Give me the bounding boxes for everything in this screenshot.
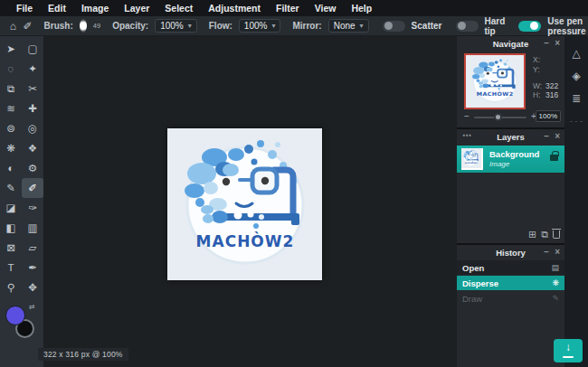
chevron-down-icon: ▾ — [360, 22, 364, 30]
layer-row-background[interactable]: Background Image — [457, 146, 564, 173]
lasso-tool-icon[interactable]: ◌ — [0, 59, 22, 79]
pen-tool-icon[interactable]: ✒ — [22, 258, 43, 278]
mirror-label: Mirror: — [292, 21, 321, 31]
export-download-button[interactable]: ↓ — [554, 339, 583, 362]
history-panel-header: History − × — [457, 245, 564, 259]
arrange-tool-icon[interactable]: ➤ — [0, 39, 22, 59]
brush-tool-icon[interactable]: ✐ — [22, 178, 43, 198]
zoom-control: − + 100% — [457, 111, 564, 124]
detail-tool-icon[interactable]: ◎ — [22, 118, 43, 138]
scatter-toggle[interactable] — [383, 21, 405, 32]
gradient-tool-icon[interactable]: ▥ — [22, 218, 43, 238]
minimize-icon[interactable]: − — [544, 38, 549, 48]
layer-type: Image — [489, 160, 509, 168]
add-layer-icon[interactable]: ⊞ — [528, 230, 536, 240]
flow-select[interactable]: 100% ▾ — [239, 19, 281, 33]
toggle-knob — [530, 22, 538, 30]
delete-layer-icon[interactable] — [553, 231, 560, 239]
layer-name: Background — [489, 149, 539, 159]
clone-stamp-tool-icon[interactable]: ⊚ — [0, 118, 22, 138]
menu-adjustment[interactable]: Adjustment — [208, 3, 261, 14]
close-icon[interactable]: × — [555, 247, 560, 257]
panel-menu-icon[interactable]: ⋯ — [462, 130, 471, 140]
menu-layer[interactable]: Layer — [124, 3, 149, 14]
navigate-panel-header: Navigate − × — [457, 36, 564, 51]
mixer-brush-tool-icon[interactable]: ✑ — [22, 198, 43, 218]
shape-scatter-tool-icon[interactable]: ❖ — [22, 138, 43, 158]
history-item-disperse[interactable]: Disperse ❋ — [457, 276, 564, 290]
crop-tool-icon[interactable]: ⧉ — [0, 79, 22, 99]
menu-select[interactable]: Select — [165, 3, 193, 14]
history-panel: History − × Open ▤ Disperse ❋ Draw ✎ — [457, 245, 564, 367]
w-value: 322 — [545, 82, 558, 91]
h-label: H: — [533, 91, 545, 100]
wand-tool-icon[interactable]: ✦ — [22, 59, 43, 79]
disperse-tool-icon[interactable]: ❋ — [0, 138, 22, 158]
eraser-tool-icon[interactable]: ◪ — [0, 198, 22, 218]
canvas-document[interactable] — [167, 128, 322, 280]
active-tool-brush-icon[interactable]: ✐ — [24, 20, 33, 33]
menu-bar: File Edit Image Layer Select Adjustment … — [0, 0, 588, 16]
adjustments-panel-icon[interactable]: ≣ — [572, 93, 581, 104]
menu-filter[interactable]: Filter — [276, 3, 299, 14]
close-icon[interactable]: × — [555, 131, 560, 141]
zoom-slider[interactable] — [474, 117, 526, 118]
brush-tip-preview[interactable] — [80, 19, 87, 33]
toggle-knob — [458, 22, 466, 30]
duplicate-layer-icon[interactable]: ⧉ — [541, 230, 548, 240]
frame-tool-icon[interactable]: ⊠ — [0, 238, 22, 258]
navigate-panel-icon[interactable]: △ — [572, 48, 580, 59]
navigate-panel: Navigate − × X: Y: W:322 H:316 − + 100% — [457, 36, 564, 127]
swap-colors-icon[interactable]: ⇄ — [29, 303, 35, 311]
menu-edit[interactable]: Edit — [48, 3, 66, 14]
hard-tip-toggle[interactable] — [456, 21, 479, 32]
marquee-tool-icon[interactable]: ▢ — [22, 39, 43, 59]
toning-tool-icon[interactable]: ◐ — [0, 158, 22, 178]
flow-value: 100% — [244, 21, 268, 31]
pencil-tool-icon[interactable]: ✎ — [0, 178, 22, 198]
w-label: W: — [533, 82, 545, 91]
panel-switcher-strip: △ ◈ ≣ — [564, 36, 588, 367]
history-title: History — [496, 248, 526, 258]
history-item-draw[interactable]: Draw ✎ — [457, 291, 564, 306]
disperse-icon: ❋ — [552, 278, 559, 287]
y-label: Y: — [533, 66, 545, 75]
layer-thumbnail-image — [461, 148, 481, 168]
document-status: 322 x 316 px @ 100% — [38, 348, 128, 361]
pattern-tool-icon[interactable]: ⚙ — [22, 158, 43, 178]
zoom-out-icon[interactable]: − — [464, 111, 469, 121]
history-item-label: Draw — [462, 294, 482, 304]
foreground-color-swatch[interactable] — [5, 306, 25, 325]
minimize-icon[interactable]: − — [544, 247, 549, 257]
minimize-icon[interactable]: − — [544, 131, 549, 141]
close-icon[interactable]: × — [555, 38, 560, 48]
menu-view[interactable]: View — [315, 3, 337, 14]
hand-tool-icon[interactable]: ✥ — [22, 278, 43, 297]
canvas-viewport[interactable] — [43, 36, 457, 367]
heal-tool-icon[interactable]: ✚ — [22, 99, 43, 118]
brush-size-indicator[interactable]: 49 — [93, 23, 100, 30]
zoom-slider-handle[interactable] — [494, 113, 502, 121]
menu-help[interactable]: Help — [351, 3, 372, 14]
history-item-open[interactable]: Open ▤ — [457, 260, 564, 275]
navigate-thumbnail[interactable] — [464, 53, 526, 109]
liquify-tool-icon[interactable]: ≋ — [0, 99, 22, 118]
menu-file[interactable]: File — [16, 3, 33, 14]
layer-thumbnail[interactable] — [461, 148, 483, 170]
mirror-select[interactable]: None ▾ — [328, 19, 369, 33]
cutout-tool-icon[interactable]: ✂ — [22, 79, 43, 99]
chevron-down-icon: ▾ — [271, 22, 275, 30]
opacity-select[interactable]: 100% ▾ — [155, 19, 197, 33]
lock-icon[interactable] — [550, 155, 558, 161]
zoom-level-value[interactable]: 100% — [536, 110, 561, 122]
zoom-tool-icon[interactable]: ⚲ — [0, 278, 22, 297]
home-icon[interactable]: ⌂ — [9, 20, 17, 33]
fill-tool-icon[interactable]: ◧ — [0, 218, 22, 238]
text-tool-icon[interactable]: T — [0, 258, 22, 278]
opacity-label: Opacity: — [112, 21, 148, 31]
x-label: X: — [533, 56, 545, 65]
layers-panel-icon[interactable]: ◈ — [572, 71, 580, 81]
shape-tool-icon[interactable]: ▱ — [22, 238, 43, 258]
pen-pressure-toggle[interactable] — [518, 21, 541, 32]
menu-image[interactable]: Image — [81, 3, 109, 14]
